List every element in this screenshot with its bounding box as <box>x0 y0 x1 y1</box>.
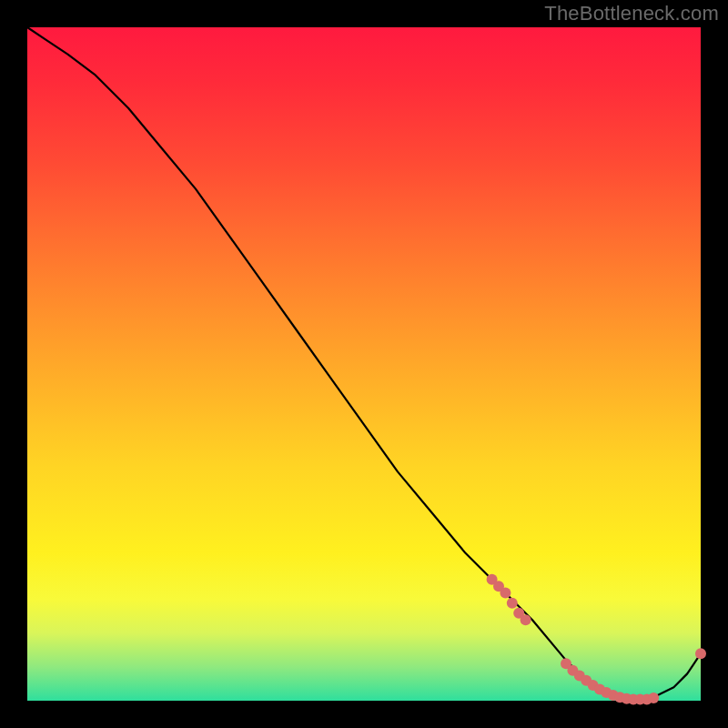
chart-plot-area <box>27 27 701 701</box>
data-markers <box>487 574 706 705</box>
data-marker <box>500 588 511 599</box>
bottleneck-curve <box>27 27 701 701</box>
watermark-text: TheBottleneck.com <box>544 2 719 25</box>
data-marker <box>521 614 531 625</box>
data-marker <box>648 693 659 703</box>
chart-svg <box>27 27 701 701</box>
data-marker <box>695 648 706 659</box>
data-marker <box>507 598 518 609</box>
